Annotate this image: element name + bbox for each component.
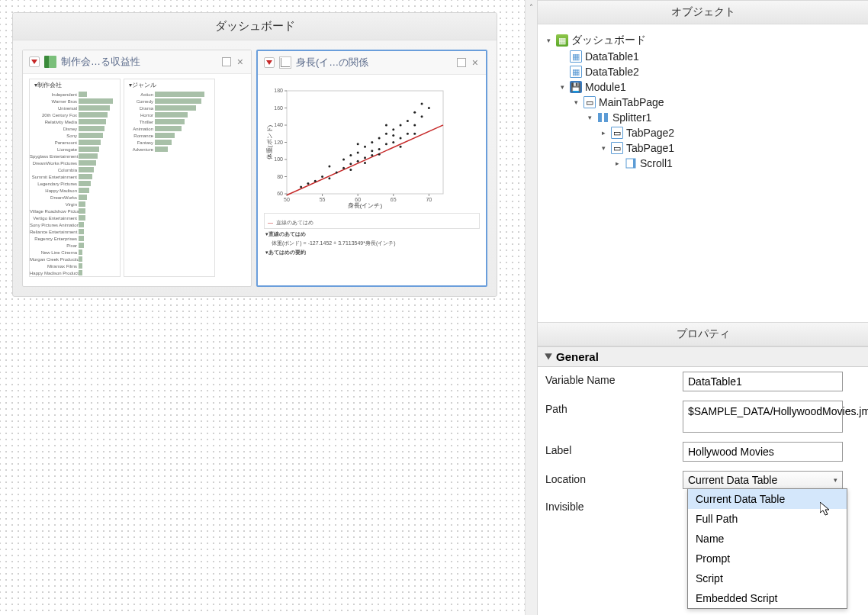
bar-row: Disney [30, 125, 120, 132]
bar-row: Fantasy [124, 139, 214, 146]
page-icon: ▭ [583, 96, 596, 108]
svg-point-33 [342, 159, 345, 161]
svg-point-45 [385, 133, 387, 135]
bar-row: Columbia [30, 166, 120, 173]
svg-point-30 [328, 177, 330, 179]
svg-line-25 [287, 125, 443, 195]
tree-item-tabpage1[interactable]: ▾▭TabPage1 [544, 140, 862, 156]
svg-text:体重(ポンド): 体重(ポンド) [266, 125, 273, 160]
canvas-scrollbar[interactable]: ˄ [525, 0, 537, 615]
tree-twisty-icon[interactable] [558, 67, 567, 76]
svg-text:160: 160 [274, 105, 283, 111]
bar-row: DreamWorks [30, 194, 120, 201]
location-select[interactable]: Current Data Table ▾ [683, 471, 843, 489]
tab-title: 制作会…る収益性 [61, 55, 217, 69]
tree-twisty-icon[interactable]: ▾ [571, 98, 580, 107]
dropdown-option[interactable]: Name [688, 529, 847, 549]
tree-twisty-icon[interactable]: ▾ [585, 113, 594, 122]
tree-item-datatable2[interactable]: ▦DataTable2 [544, 64, 862, 79]
close-icon[interactable]: × [236, 56, 245, 68]
svg-point-38 [364, 156, 366, 159]
bar-row: Reliance Entertainment [30, 228, 120, 235]
dropdown-option[interactable]: Prompt [688, 549, 847, 568]
bar-row: Morgan Creek Productions [30, 256, 120, 262]
tab-page-height-weight[interactable]: 身長(イ…の関係 × 60801001201401601805055606570… [256, 50, 487, 287]
tree-item-module1[interactable]: ▾💾Module1 [544, 79, 862, 95]
bar-row: Action [124, 91, 214, 98]
svg-point-59 [378, 153, 381, 156]
path-input[interactable]: $SAMPLE_DATA/HollywoodMovies.jmp [683, 401, 843, 433]
dropdown-option[interactable]: Current Data Table [688, 489, 847, 509]
prop-row-path: Path $SAMPLE_DATA/HollywoodMovies.jmp [538, 396, 868, 437]
dashboard-title: ダッシュボード [13, 13, 497, 40]
tree-label: DataTable2 [585, 66, 639, 78]
tree-twisty-icon[interactable]: ▾ [599, 143, 608, 153]
maximize-icon[interactable] [457, 58, 466, 67]
properties-panel: General Variable Name DataTable1 Path $S… [538, 346, 868, 615]
svg-point-56 [428, 107, 430, 109]
bar-row: Summit Entertainment [30, 173, 120, 180]
tab-page-profitability[interactable]: 制作会…る収益性 × ▾制作会社 IndependentWarner BrosU… [22, 50, 252, 287]
dropdown-option[interactable]: Full Path [688, 509, 847, 529]
svg-point-54 [421, 115, 423, 118]
dashboard-icon: ▦ [556, 34, 568, 47]
tree-item-maintabpage[interactable]: ▾▭MainTabPage [544, 95, 862, 110]
dashboard-container[interactable]: ダッシュボード 制作会…る収益性 × ▾制作会社 IndependentW [12, 12, 497, 297]
tree-twisty-icon[interactable]: ▸ [612, 159, 622, 168]
bar-row: Thriller [124, 118, 214, 125]
location-dropdown[interactable]: Current Data TableFull PathNamePromptScr… [687, 488, 847, 609]
maximize-icon[interactable] [222, 57, 231, 66]
tree-item-scroll1[interactable]: ▸Scroll1 [544, 156, 862, 171]
tree-item-tabpage2[interactable]: ▸▭TabPage2 [544, 125, 862, 140]
label-input[interactable]: Hollywood Movies [683, 442, 843, 462]
property-group-general[interactable]: General [538, 346, 868, 367]
bar-chart-icon [44, 56, 56, 68]
tree-item-datatable1[interactable]: ▦DataTable1 [544, 49, 862, 64]
fit-section-2[interactable]: ▾あてはめの要約 [264, 247, 480, 256]
bar-row: Sony Pictures Animation [30, 221, 120, 228]
bar-row: Lionsgate [30, 146, 120, 153]
svg-point-51 [407, 120, 409, 122]
bar-row: Spyglass Entertainment [30, 153, 120, 159]
page-icon: ▭ [611, 142, 623, 154]
tree-item-splitter1[interactable]: ▾Splitter1 [544, 110, 862, 125]
select-value: Current Data Table [688, 474, 777, 486]
objects-tree[interactable]: ▾▦ダッシュボード▦DataTable1▦DataTable2▾💾Module1… [538, 24, 868, 322]
table-icon: ▦ [570, 50, 582, 63]
svg-point-32 [342, 167, 345, 169]
tree-label: DataTable1 [585, 50, 639, 63]
svg-point-52 [413, 124, 416, 127]
collapse-icon[interactable] [544, 353, 553, 362]
svg-point-43 [378, 137, 381, 139]
dropdown-option[interactable]: Embedded Script [688, 588, 847, 608]
svg-text:80: 80 [277, 174, 283, 179]
svg-point-62 [371, 154, 373, 156]
tree-twisty-icon[interactable]: ▸ [599, 128, 608, 137]
svg-point-28 [314, 180, 317, 182]
table-icon: ▦ [570, 66, 582, 78]
bar-row: Vertigo Entertainment [30, 214, 120, 221]
genre-bar-chart: ▾ジャンル ActionComedyDramaHorrorThrillerAni… [124, 79, 215, 277]
tree-twisty-icon[interactable] [558, 52, 567, 61]
outline-toggle-icon[interactable] [264, 57, 275, 68]
fit-section-1[interactable]: ▾直線のあてはめ [264, 229, 480, 238]
tree-twisty-icon[interactable]: ▾ [544, 36, 553, 45]
svg-point-35 [349, 154, 352, 156]
bar-row: Warner Bros [30, 98, 120, 105]
svg-point-44 [385, 143, 387, 145]
fit-formula: 体重(ポンド) = -127.1452 + 3.7113549*身長(インチ) [264, 238, 480, 247]
close-icon[interactable]: × [471, 56, 480, 69]
design-canvas[interactable]: ダッシュボード 制作会…る収益性 × ▾制作会社 IndependentW [0, 0, 525, 615]
variable-name-input[interactable]: DataTable1 [683, 372, 843, 391]
svg-point-26 [300, 186, 302, 188]
tree-item-ダッシュボード[interactable]: ▾▦ダッシュボード [544, 32, 862, 49]
scroll-up-icon[interactable]: ˄ [527, 3, 536, 12]
tree-label: Scroll1 [640, 157, 673, 169]
bar-row: Independent [30, 91, 120, 98]
svg-point-39 [364, 146, 366, 148]
outline-toggle-icon[interactable] [29, 56, 40, 67]
svg-point-27 [307, 182, 309, 185]
dropdown-option[interactable]: Script [688, 568, 847, 588]
svg-point-49 [400, 124, 402, 127]
tree-twisty-icon[interactable]: ▾ [558, 82, 567, 92]
